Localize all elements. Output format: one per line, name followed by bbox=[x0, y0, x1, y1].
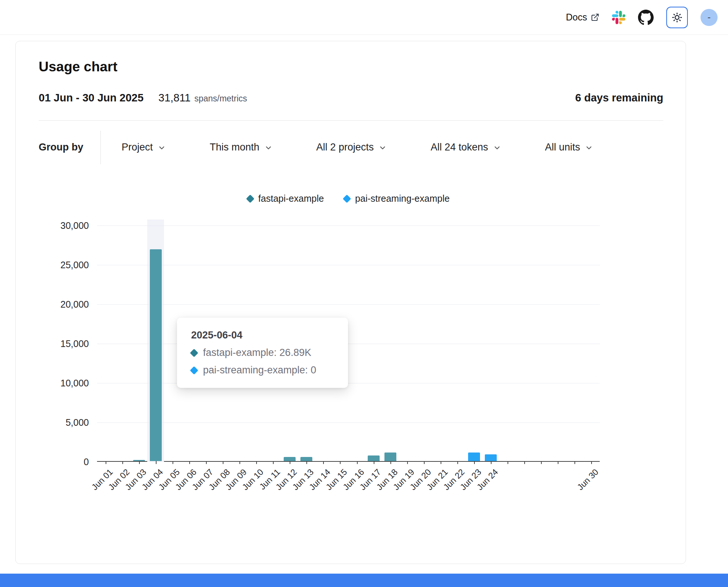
x-axis-tick bbox=[122, 461, 123, 464]
series-marker-icon bbox=[190, 348, 199, 357]
page-title: Usage chart bbox=[39, 59, 663, 75]
x-axis-tick bbox=[457, 461, 458, 464]
chart-plot-area: 2025-06-04 fastapi-example: 26.89Kpai-st… bbox=[97, 226, 600, 462]
x-axis-tick bbox=[574, 461, 575, 464]
legend-label: pai-streaming-example bbox=[355, 193, 450, 204]
x-axis-tick bbox=[374, 461, 374, 464]
y-axis-label: 0 bbox=[84, 457, 89, 467]
tooltip-date: 2025-06-04 bbox=[191, 330, 334, 341]
x-axis-label: Jun 30 bbox=[576, 467, 601, 492]
series-marker-icon bbox=[190, 366, 199, 374]
chevron-down-icon bbox=[585, 144, 593, 152]
x-axis-tick bbox=[340, 461, 341, 464]
x-axis-tick bbox=[541, 461, 542, 464]
x-axis-tick bbox=[424, 461, 425, 464]
x-axis-tick bbox=[273, 461, 274, 464]
y-axis-label: 10,000 bbox=[61, 378, 89, 389]
y-axis-label: 20,000 bbox=[61, 299, 89, 310]
x-axis-tick bbox=[239, 461, 240, 464]
filter-bar: Group by Project This month All 2 projec… bbox=[39, 130, 663, 164]
top-header: Docs - bbox=[0, 0, 728, 35]
tooltip-row: fastapi-example: 26.89K bbox=[191, 347, 334, 359]
chart-legend: fastapi-examplepai-streaming-example bbox=[97, 193, 600, 204]
x-axis-tick bbox=[173, 461, 173, 464]
x-axis-tick bbox=[474, 461, 475, 464]
tokens-dropdown[interactable]: All 24 tokens bbox=[431, 142, 501, 153]
gridline bbox=[97, 383, 600, 383]
dropdown-label: This month bbox=[210, 142, 260, 153]
group-by-label: Group by bbox=[39, 130, 83, 164]
bar-pai-streaming-example[interactable] bbox=[468, 453, 480, 461]
x-axis-tick bbox=[189, 461, 190, 464]
total-spans-value: 31,811 bbox=[158, 92, 191, 104]
usage-card: Usage chart 01 Jun - 30 Jun 2025 31,811 … bbox=[15, 41, 686, 564]
y-axis-label: 25,000 bbox=[61, 260, 89, 270]
dropdown-label: Project bbox=[122, 142, 153, 153]
x-axis-tick bbox=[156, 461, 157, 464]
x-axis-tick bbox=[223, 461, 223, 464]
sun-icon bbox=[671, 12, 683, 23]
x-axis-tick bbox=[390, 461, 391, 464]
theme-toggle-button[interactable] bbox=[666, 7, 688, 28]
y-axis-label: 30,000 bbox=[61, 220, 89, 231]
tooltip-value: pai-streaming-example: 0 bbox=[203, 364, 316, 376]
x-axis-tick bbox=[407, 461, 408, 464]
docs-link[interactable]: Docs bbox=[566, 12, 599, 23]
group-by-dropdown[interactable]: Project bbox=[122, 142, 166, 153]
docs-label: Docs bbox=[566, 12, 587, 23]
x-axis-tick bbox=[256, 461, 257, 464]
user-avatar[interactable]: - bbox=[700, 9, 718, 26]
legend-item-pai-streaming-example[interactable]: pai-streaming-example bbox=[344, 193, 450, 204]
dropdown-label: All 24 tokens bbox=[431, 142, 488, 153]
tooltip-row: pai-streaming-example: 0 bbox=[191, 364, 334, 376]
gridline bbox=[97, 344, 600, 344]
legend-label: fastapi-example bbox=[258, 193, 324, 204]
divider bbox=[39, 120, 663, 121]
bottom-bar bbox=[0, 574, 728, 587]
tooltip-value: fastapi-example: 26.89K bbox=[203, 347, 311, 359]
legend-item-fastapi-example[interactable]: fastapi-example bbox=[247, 193, 324, 204]
usage-bar-chart: fastapi-examplepai-streaming-example 202… bbox=[97, 193, 663, 462]
chevron-down-icon bbox=[264, 144, 273, 152]
x-axis-tick bbox=[206, 461, 207, 464]
x-axis-tick bbox=[508, 461, 508, 464]
vertical-divider bbox=[100, 131, 101, 164]
gridline bbox=[97, 226, 600, 226]
x-axis-tick bbox=[524, 461, 525, 464]
series-marker-icon bbox=[343, 194, 351, 203]
x-axis-tick bbox=[290, 461, 290, 464]
external-link-icon bbox=[591, 13, 599, 22]
chart-tooltip: 2025-06-04 fastapi-example: 26.89Kpai-st… bbox=[177, 318, 348, 388]
projects-dropdown[interactable]: All 2 projects bbox=[316, 142, 387, 153]
bar-fastapi-example[interactable] bbox=[300, 457, 312, 461]
x-axis-tick bbox=[306, 461, 307, 464]
days-remaining: 6 days remaining bbox=[575, 92, 663, 104]
date-range-dropdown[interactable]: This month bbox=[210, 142, 273, 153]
dropdown-label: All 2 projects bbox=[316, 142, 374, 153]
chevron-down-icon bbox=[158, 144, 166, 152]
x-axis-tick bbox=[558, 461, 558, 464]
bar-fastapi-example[interactable] bbox=[133, 460, 145, 461]
x-axis-tick bbox=[441, 461, 441, 464]
tooltip-rows: fastapi-example: 26.89Kpai-streaming-exa… bbox=[191, 347, 334, 376]
x-axis-tick bbox=[491, 461, 492, 464]
github-icon[interactable] bbox=[638, 10, 654, 25]
chevron-down-icon bbox=[493, 144, 501, 152]
dropdown-label: All units bbox=[545, 142, 580, 153]
chevron-down-icon bbox=[379, 144, 387, 152]
bar-fastapi-example[interactable] bbox=[368, 455, 380, 461]
series-marker-icon bbox=[246, 194, 254, 203]
gridline bbox=[97, 304, 600, 305]
bar-fastapi-example[interactable] bbox=[384, 453, 396, 461]
y-axis-label: 5,000 bbox=[65, 417, 89, 428]
bar-fastapi-example[interactable] bbox=[150, 249, 162, 461]
x-axis-tick bbox=[106, 461, 106, 464]
x-axis-tick bbox=[357, 461, 358, 464]
slack-icon[interactable] bbox=[612, 11, 625, 24]
date-range: 01 Jun - 30 Jun 2025 bbox=[39, 92, 144, 104]
bar-fastapi-example[interactable] bbox=[284, 457, 296, 461]
units-dropdown[interactable]: All units bbox=[545, 142, 593, 153]
bar-pai-streaming-example[interactable] bbox=[485, 454, 497, 461]
gridline bbox=[97, 265, 600, 265]
total-spans-unit: spans/metrics bbox=[194, 94, 247, 104]
